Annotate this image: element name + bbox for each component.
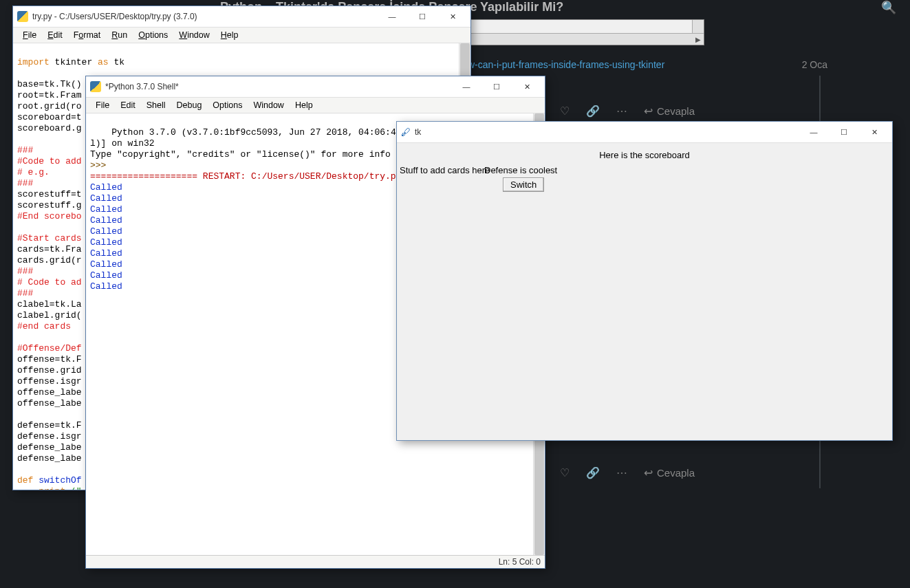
feather-icon: 🖋 bbox=[401, 127, 411, 138]
tk-cards-label: Stuff to add cards here bbox=[400, 165, 490, 175]
shell-statusbar: Ln: 5 Col: 0 bbox=[86, 555, 545, 568]
python-icon bbox=[17, 11, 28, 22]
maximize-button[interactable]: ☐ bbox=[481, 77, 512, 96]
menu-options[interactable]: Options bbox=[207, 99, 248, 111]
search-icon[interactable]: 🔍 bbox=[881, 0, 896, 15]
reply-button[interactable]: ↩ Cevapla bbox=[644, 466, 695, 479]
python-icon bbox=[90, 81, 101, 92]
reply-label: Cevapla bbox=[657, 467, 695, 479]
close-button[interactable]: ✕ bbox=[437, 7, 468, 26]
reply-arrow-icon: ↩ bbox=[644, 466, 653, 479]
switch-button[interactable]: Switch bbox=[503, 177, 544, 192]
reply-button[interactable]: ↩ Cevapla bbox=[644, 105, 695, 118]
tk-scoreboard-label: Here is the scoreboard bbox=[397, 150, 892, 160]
minimize-button[interactable]: — bbox=[377, 7, 407, 26]
tk-output-window: 🖋 tk — ☐ ✕ Here is the scoreboard Stuff … bbox=[396, 121, 893, 441]
forum-date-label: 2 Oca bbox=[802, 59, 827, 70]
menu-edit[interactable]: Edit bbox=[42, 29, 68, 41]
maximize-button[interactable]: ☐ bbox=[407, 7, 437, 26]
menu-format[interactable]: Format bbox=[68, 29, 107, 41]
reply-label: Cevapla bbox=[657, 105, 695, 117]
link-icon[interactable]: 🔗 bbox=[586, 466, 600, 479]
minimize-button[interactable]: — bbox=[799, 122, 829, 142]
menu-debug[interactable]: Debug bbox=[171, 99, 208, 111]
heart-icon[interactable]: ♡ bbox=[560, 105, 570, 118]
scroll-right-icon[interactable]: ▶ bbox=[693, 34, 704, 45]
stackoverflow-link[interactable]: w-can-i-put-frames-inside-frames-using-t… bbox=[468, 59, 664, 70]
more-icon[interactable]: ⋯ bbox=[616, 105, 627, 118]
menu-window[interactable]: Window bbox=[248, 99, 289, 111]
minimize-button[interactable]: — bbox=[451, 77, 481, 96]
menu-run[interactable]: Run bbox=[106, 29, 133, 41]
close-button[interactable]: ✕ bbox=[859, 122, 889, 142]
menu-edit[interactable]: Edit bbox=[115, 99, 141, 111]
scrollbar-horizontal[interactable]: ▶ bbox=[468, 33, 704, 45]
reply-arrow-icon: ↩ bbox=[644, 105, 653, 118]
editor-titlebar[interactable]: try.py - C:/Users/USER/Desktop/try.py (3… bbox=[13, 6, 470, 28]
link-icon[interactable]: 🔗 bbox=[586, 105, 600, 118]
menu-help[interactable]: Help bbox=[215, 29, 244, 41]
tk-titlebar[interactable]: 🖋 tk — ☐ ✕ bbox=[397, 122, 892, 143]
tk-body: Here is the scoreboard Stuff to add card… bbox=[397, 143, 892, 440]
shell-menubar: File Edit Shell Debug Options Window Hel… bbox=[86, 98, 545, 113]
menu-shell[interactable]: Shell bbox=[141, 99, 171, 111]
more-icon[interactable]: ⋯ bbox=[616, 466, 627, 479]
post-actions-2: ♡ 🔗 ⋯ ↩ Cevapla bbox=[560, 466, 695, 479]
scrollbar-vertical[interactable] bbox=[692, 20, 704, 34]
menu-file[interactable]: File bbox=[17, 29, 42, 41]
menu-options[interactable]: Options bbox=[133, 29, 173, 41]
post-actions-1: ♡ 🔗 ⋯ ↩ Cevapla bbox=[560, 105, 695, 118]
menu-file[interactable]: File bbox=[90, 99, 115, 111]
menu-help[interactable]: Help bbox=[290, 99, 318, 111]
tk-defense-label: Defense is coolest bbox=[484, 165, 557, 175]
editor-menubar: File Edit Format Run Options Window Help bbox=[13, 28, 470, 43]
close-button[interactable]: ✕ bbox=[512, 77, 542, 96]
shell-titlebar[interactable]: *Python 3.7.0 Shell* — ☐ ✕ bbox=[86, 76, 545, 98]
tk-title-text: tk bbox=[415, 127, 799, 137]
codeblock-scrollbar-area: ▶ bbox=[468, 19, 704, 45]
maximize-button[interactable]: ☐ bbox=[829, 122, 859, 142]
menu-window[interactable]: Window bbox=[173, 29, 215, 41]
shell-title-text: *Python 3.7.0 Shell* bbox=[105, 82, 451, 91]
editor-title-text: try.py - C:/Users/USER/Desktop/try.py (3… bbox=[32, 12, 377, 21]
heart-icon[interactable]: ♡ bbox=[560, 466, 570, 479]
